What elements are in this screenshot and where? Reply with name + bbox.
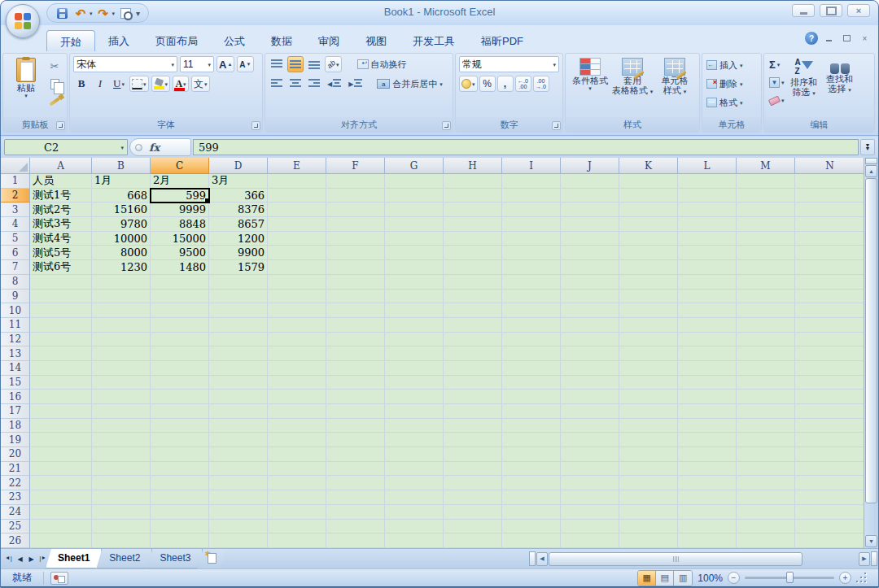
scroll-up-button[interactable]: ▲: [865, 165, 877, 177]
cell-N12[interactable]: [795, 333, 865, 347]
cell-L18[interactable]: [678, 419, 737, 433]
tab-page-layout[interactable]: 页面布局: [142, 30, 211, 51]
horizontal-scrollbar[interactable]: ◀ ▶: [536, 549, 870, 568]
column-header-G[interactable]: G: [385, 158, 444, 174]
underline-button[interactable]: U▾: [111, 76, 127, 92]
cell-G11[interactable]: [385, 318, 444, 333]
cell-C6[interactable]: 9500: [151, 246, 209, 260]
cell-E16[interactable]: [268, 390, 326, 404]
cell-N3[interactable]: [795, 203, 865, 217]
cell-I10[interactable]: [502, 303, 561, 318]
comma-style-button[interactable]: ,: [497, 76, 514, 92]
cell-B8[interactable]: [92, 275, 151, 290]
cell-J16[interactable]: [561, 390, 619, 404]
cell-M8[interactable]: [737, 275, 795, 290]
cell-F9[interactable]: [326, 290, 385, 304]
cell-K21[interactable]: [619, 462, 678, 477]
row-header-20[interactable]: 20: [1, 447, 30, 462]
cell-K17[interactable]: [619, 404, 678, 419]
cell-E24[interactable]: [268, 505, 326, 520]
cell-A26[interactable]: [30, 534, 92, 548]
cell-J13[interactable]: [561, 346, 619, 361]
cell-K13[interactable]: [619, 346, 678, 361]
row-header-24[interactable]: 24: [1, 505, 30, 520]
cell-A10[interactable]: [30, 303, 92, 318]
autosum-button[interactable]: Σ▾: [767, 57, 786, 72]
cell-B26[interactable]: [92, 534, 151, 548]
cell-K7[interactable]: [619, 260, 678, 275]
grow-font-button[interactable]: A▲: [216, 56, 234, 72]
cell-G21[interactable]: [385, 462, 444, 477]
maximize-button[interactable]: [820, 4, 842, 17]
cut-button[interactable]: ✂: [46, 58, 63, 74]
cell-B24[interactable]: [92, 505, 151, 520]
cell-C9[interactable]: [151, 290, 209, 304]
cell-E6[interactable]: [268, 246, 326, 260]
alignment-dialog-launcher[interactable]: [442, 121, 451, 130]
cell-L15[interactable]: [678, 376, 737, 390]
scroll-left-button[interactable]: ◀: [536, 552, 548, 566]
sort-filter-button[interactable]: AZ 排序和 筛选 ▾: [786, 56, 822, 116]
cell-H6[interactable]: [444, 246, 502, 260]
cell-F12[interactable]: [326, 333, 385, 347]
cell-M1[interactable]: [737, 174, 795, 189]
cell-A25[interactable]: [30, 520, 92, 534]
align-right-button[interactable]: [306, 76, 322, 92]
cell-K15[interactable]: [619, 376, 678, 390]
cell-M10[interactable]: [737, 303, 795, 318]
cell-C5[interactable]: 15000: [151, 232, 209, 246]
row-header-8[interactable]: 8: [1, 275, 30, 290]
cell-J11[interactable]: [561, 318, 619, 333]
cell-J22[interactable]: [561, 476, 619, 490]
cell-E20[interactable]: [268, 447, 326, 462]
cell-H14[interactable]: [444, 361, 502, 376]
cell-E5[interactable]: [268, 232, 326, 246]
cell-A19[interactable]: [30, 433, 92, 447]
cell-K20[interactable]: [619, 447, 678, 462]
wrap-text-button[interactable]: 自动换行: [355, 56, 409, 72]
cell-M21[interactable]: [737, 462, 795, 477]
cell-M7[interactable]: [737, 260, 795, 275]
cell-C22[interactable]: [151, 476, 209, 490]
cell-F25[interactable]: [326, 520, 385, 534]
vertical-scroll-thumb[interactable]: [865, 178, 877, 503]
cell-A9[interactable]: [30, 290, 92, 304]
cell-E8[interactable]: [268, 275, 326, 290]
cell-N20[interactable]: [795, 447, 865, 462]
column-header-K[interactable]: K: [619, 158, 678, 174]
zoom-slider[interactable]: [745, 577, 834, 579]
cell-J2[interactable]: [561, 189, 619, 203]
cell-G22[interactable]: [385, 476, 444, 490]
column-header-D[interactable]: D: [209, 158, 268, 174]
cell-A24[interactable]: [30, 505, 92, 520]
name-box[interactable]: C2▾: [4, 139, 128, 155]
clipboard-dialog-launcher[interactable]: [56, 121, 65, 130]
cell-E17[interactable]: [268, 404, 326, 419]
row-header-6[interactable]: 6: [1, 246, 30, 260]
cell-M18[interactable]: [737, 419, 795, 433]
tab-data[interactable]: 数据: [258, 30, 305, 51]
cell-D21[interactable]: [209, 462, 268, 477]
cell-C1[interactable]: 2月: [151, 174, 209, 189]
cell-J4[interactable]: [561, 217, 619, 232]
cell-E1[interactable]: [268, 174, 326, 189]
cell-M15[interactable]: [737, 376, 795, 390]
cell-F16[interactable]: [326, 390, 385, 404]
cell-I2[interactable]: [502, 189, 561, 203]
cell-J25[interactable]: [561, 520, 619, 534]
cell-M25[interactable]: [737, 520, 795, 534]
cell-D24[interactable]: [209, 505, 268, 520]
cell-H21[interactable]: [444, 462, 502, 477]
cell-B4[interactable]: 9780: [92, 217, 151, 232]
cell-H20[interactable]: [444, 447, 502, 462]
cell-G10[interactable]: [385, 303, 444, 318]
name-box-dropdown[interactable]: ▾: [120, 146, 124, 151]
insert-function-button[interactable]: fx: [129, 138, 191, 156]
cell-B19[interactable]: [92, 433, 151, 447]
format-cells-button[interactable]: 格式▾: [706, 94, 758, 111]
row-header-25[interactable]: 25: [1, 520, 30, 534]
cell-N22[interactable]: [795, 476, 865, 490]
cell-C23[interactable]: [151, 490, 209, 505]
cell-D13[interactable]: [209, 346, 268, 361]
cell-F21[interactable]: [326, 462, 385, 477]
